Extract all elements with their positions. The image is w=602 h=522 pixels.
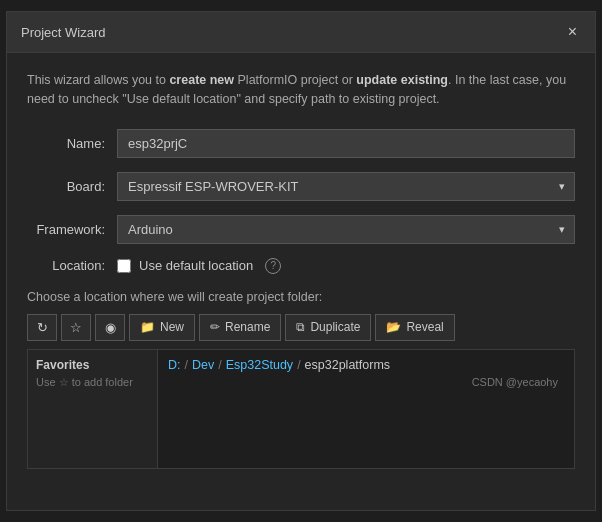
dialog-titlebar: Project Wizard × xyxy=(7,12,595,53)
new-button-label: New xyxy=(160,320,184,334)
new-button[interactable]: 📁 New xyxy=(129,314,195,341)
intro-text-mid1: PlatformIO project or xyxy=(234,73,356,87)
refresh-button[interactable]: ↻ xyxy=(27,314,57,341)
new-folder-icon: 📁 xyxy=(140,320,155,334)
toolbar-action-group: 📁 New ✏ Rename ⧉ Duplicate 📂 Reveal xyxy=(129,314,455,341)
breadcrumb-sep2: / xyxy=(218,358,221,372)
intro-text-before: This wizard allows you to xyxy=(27,73,169,87)
checkbox-label: Use default location xyxy=(139,258,253,273)
reveal-button-label: Reveal xyxy=(406,320,443,334)
location-label: Location: xyxy=(27,258,117,273)
framework-row: Framework: Arduino ▾ xyxy=(27,215,575,244)
intro-bold2: update existing xyxy=(356,73,448,87)
breadcrumb-esp32study-link[interactable]: Esp32Study xyxy=(226,358,293,372)
file-toolbar: ↻ ☆ ◉ 📁 New ✏ Rename ⧉ Duplicate 📂 xyxy=(27,314,575,341)
dialog-title: Project Wizard xyxy=(21,25,106,40)
board-row: Board: Espressif ESP-WROVER-KIT ▾ xyxy=(27,172,575,201)
file-sidebar: Favorites Use ☆ to add folder xyxy=(28,350,158,468)
breadcrumb-sep3: / xyxy=(297,358,300,372)
file-main: D: / Dev / Esp32Study / esp32platforms C… xyxy=(158,350,574,468)
rename-icon: ✏ xyxy=(210,320,220,334)
close-button[interactable]: × xyxy=(564,22,581,42)
help-icon[interactable]: ? xyxy=(265,258,281,274)
sidebar-section-title: Favorites xyxy=(36,358,149,372)
duplicate-button-label: Duplicate xyxy=(310,320,360,334)
location-row: Location: Use default location ? xyxy=(27,258,575,274)
use-default-location-checkbox[interactable] xyxy=(117,259,131,273)
breadcrumb-current: esp32platforms xyxy=(305,358,390,372)
breadcrumb-sep1: / xyxy=(185,358,188,372)
framework-label: Framework: xyxy=(27,222,117,237)
breadcrumb: D: / Dev / Esp32Study / esp32platforms xyxy=(168,358,564,372)
reveal-folder-icon: 📂 xyxy=(386,320,401,334)
dialog-body: This wizard allows you to create new Pla… xyxy=(7,53,595,483)
framework-select[interactable]: Arduino xyxy=(117,215,575,244)
rename-button-label: Rename xyxy=(225,320,270,334)
breadcrumb-d-link[interactable]: D: xyxy=(168,358,181,372)
rename-button[interactable]: ✏ Rename xyxy=(199,314,281,341)
intro-text: This wizard allows you to create new Pla… xyxy=(27,71,575,109)
framework-select-wrapper: Arduino ▾ xyxy=(117,215,575,244)
eye-button[interactable]: ◉ xyxy=(95,314,125,341)
star-button[interactable]: ☆ xyxy=(61,314,91,341)
name-label: Name: xyxy=(27,136,117,151)
file-browser: Favorites Use ☆ to add folder D: / Dev /… xyxy=(27,349,575,469)
board-select-wrapper: Espressif ESP-WROVER-KIT ▾ xyxy=(117,172,575,201)
choose-location-text: Choose a location where we will create p… xyxy=(27,290,575,304)
duplicate-button[interactable]: ⧉ Duplicate xyxy=(285,314,371,341)
intro-bold1: create new xyxy=(169,73,234,87)
name-input[interactable] xyxy=(117,129,575,158)
board-select[interactable]: Espressif ESP-WROVER-KIT xyxy=(117,172,575,201)
board-label: Board: xyxy=(27,179,117,194)
location-checkbox-wrapper: Use default location ? xyxy=(117,258,281,274)
watermark-text: CSDN @yecaohy xyxy=(168,372,564,390)
breadcrumb-dev-link[interactable]: Dev xyxy=(192,358,214,372)
name-row: Name: xyxy=(27,129,575,158)
project-wizard-dialog: Project Wizard × This wizard allows you … xyxy=(6,11,596,511)
duplicate-icon: ⧉ xyxy=(296,320,305,334)
reveal-button[interactable]: 📂 Reveal xyxy=(375,314,454,341)
sidebar-hint: Use ☆ to add folder xyxy=(36,376,149,389)
